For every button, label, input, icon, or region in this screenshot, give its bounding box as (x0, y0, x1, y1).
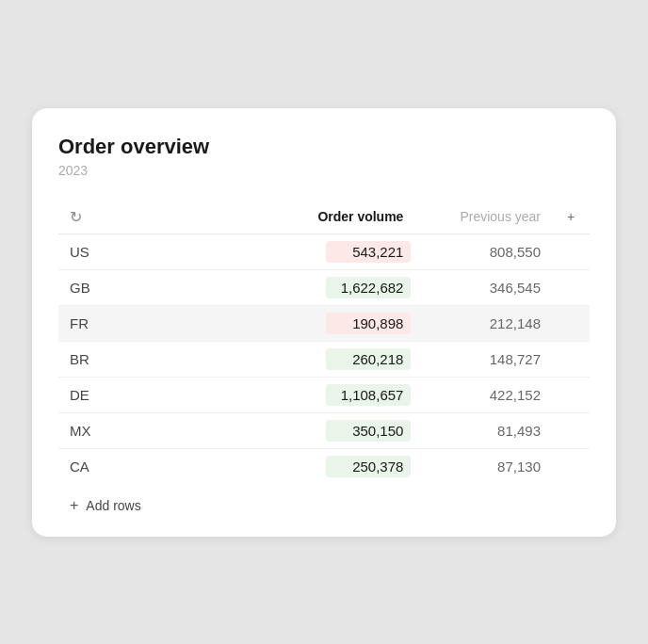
extra-cell (552, 233, 590, 269)
order-volume-header[interactable]: Order volume (271, 201, 415, 234)
order-overview-card: Order overview 2023 ↻ Order volume Previ… (32, 108, 616, 537)
extra-cell (552, 269, 590, 305)
order-volume-cell: 260,218 (271, 341, 415, 377)
country-cell: MX (58, 412, 271, 448)
order-volume-cell: 1,622,682 (271, 269, 415, 305)
add-rows-label: Add rows (86, 498, 140, 513)
sort-header[interactable]: ↻ (58, 201, 271, 234)
refresh-icon: ↻ (70, 208, 82, 226)
table-row: CA250,37887,130 (58, 448, 590, 484)
table-row: US543,221808,550 (58, 233, 590, 269)
previous-year-cell: 148,727 (414, 341, 552, 377)
table-wrapper: ↻ Order volume Previous year + US543,221… (58, 201, 590, 518)
table-body: US543,221808,550GB1,622,682346,545FR190,… (58, 233, 590, 484)
order-volume-cell: 250,378 (271, 448, 415, 484)
table-row: BR260,218148,727 (58, 341, 590, 377)
table-row: GB1,622,682346,545 (58, 269, 590, 305)
extra-cell (552, 305, 590, 341)
previous-year-cell: 81,493 (414, 412, 552, 448)
add-rows-icon: + (70, 497, 78, 514)
country-cell: DE (58, 377, 271, 412)
previous-year-cell: 87,130 (414, 448, 552, 484)
order-volume-cell: 350,150 (271, 412, 415, 448)
country-cell: US (58, 233, 271, 269)
previous-year-cell: 212,148 (414, 305, 552, 341)
order-volume-cell: 543,221 (271, 233, 415, 269)
extra-cell (552, 341, 590, 377)
card-subtitle: 2023 (58, 163, 590, 178)
add-column-button[interactable]: + (552, 201, 590, 234)
table-row: FR190,898212,148 (58, 305, 590, 341)
extra-cell (552, 412, 590, 448)
table-row: DE1,108,657422,152 (58, 377, 590, 412)
country-cell: CA (58, 448, 271, 484)
country-cell: FR (58, 305, 271, 341)
previous-year-header[interactable]: Previous year (414, 201, 552, 234)
card-title: Order overview (58, 135, 590, 159)
order-volume-cell: 1,108,657 (271, 377, 415, 412)
order-volume-cell: 190,898 (271, 305, 415, 341)
previous-year-cell: 422,152 (414, 377, 552, 412)
add-rows-button[interactable]: + Add rows (58, 484, 590, 518)
extra-cell (552, 448, 590, 484)
previous-year-cell: 346,545 (414, 269, 552, 305)
country-cell: BR (58, 341, 271, 377)
table-row: MX350,15081,493 (58, 412, 590, 448)
country-cell: GB (58, 269, 271, 305)
order-table: ↻ Order volume Previous year + US543,221… (58, 201, 590, 484)
table-header-row: ↻ Order volume Previous year + (58, 201, 590, 234)
previous-year-cell: 808,550 (414, 233, 552, 269)
extra-cell (552, 377, 590, 412)
